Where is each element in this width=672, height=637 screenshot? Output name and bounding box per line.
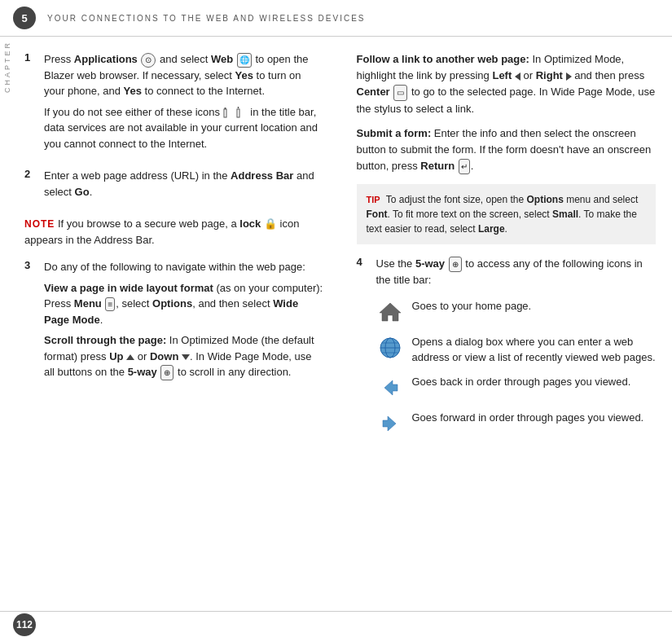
tip-label: TIP	[367, 195, 380, 204]
step-4: 4 Use the 5-way ⊕ to access any of the f…	[357, 256, 657, 446]
svg-rect-3	[237, 109, 239, 117]
step-1: 1 Press Applications ⊙ and select Web 🌐 …	[24, 51, 324, 156]
svg-marker-12	[383, 416, 396, 431]
fiveway-icon-small: ⊕	[160, 365, 173, 380]
signal-icons-group	[223, 106, 248, 119]
main-content: 1 Press Applications ⊙ and select Web 🌐 …	[0, 37, 672, 608]
signal-icon-2	[236, 106, 248, 119]
web-icon: 🌐	[237, 53, 252, 68]
step-1-content: Press Applications ⊙ and select Web 🌐 to…	[44, 51, 324, 156]
tip-box: TIP To adjust the font size, open the Op…	[357, 184, 657, 244]
step-1-number: 1	[24, 51, 37, 156]
step-4-number: 4	[357, 256, 370, 446]
step-4-text: Use the 5-way ⊕ to access any of the fol…	[376, 256, 657, 288]
left-arrow-icon	[515, 72, 520, 81]
step-2-text: Enter a web page address (URL) in the Ad…	[44, 168, 324, 200]
header-title: YOUR CONNECTIONS TO THE WEB AND WIRELESS…	[47, 14, 366, 23]
left-column: 1 Press Applications ⊙ and select Web 🌐 …	[24, 51, 332, 594]
icon-row-back: Goes back in order through pages you vie…	[376, 374, 657, 402]
forward-icon-container	[376, 410, 404, 437]
note-label: NOTE	[24, 218, 55, 230]
svg-rect-0	[224, 109, 226, 117]
step-3: 3 Do any of the following to navigate wi…	[24, 259, 324, 385]
right-column: Follow a link to another web page: In Op…	[349, 51, 657, 594]
submit-form-section: Submit a form: Enter the info and then s…	[357, 125, 657, 175]
menu-icon: ≡	[105, 297, 115, 311]
forward-icon-text: Goes forward in order through pages you …	[412, 410, 657, 426]
globe-icon-text: Opens a dialog box where you can enter a…	[412, 334, 657, 366]
chapter-circle: 5	[13, 7, 36, 29]
tip-text: To adjust the font size, open the Option…	[367, 194, 639, 235]
step-3-number: 3	[24, 259, 37, 385]
chapter-number: 5	[21, 12, 27, 24]
step-3-intro: Do any of the following to navigate with…	[44, 259, 324, 275]
follow-link-heading: Follow a link to another web page:	[357, 53, 529, 65]
home-icon-container	[376, 298, 404, 326]
right-arrow-icon	[566, 72, 572, 81]
submit-form-heading: Submit a form:	[357, 127, 432, 139]
home-icon-text: Goes to your home page.	[412, 298, 657, 314]
note-box: NOTE If you browse to a secure web page,…	[24, 216, 324, 248]
step-2: 2 Enter a web page address (URL) in the …	[24, 168, 324, 204]
applications-icon: ⊙	[141, 53, 156, 68]
up-arrow-icon	[126, 354, 134, 360]
chapter-vertical-label: CHAPTER	[3, 41, 11, 93]
icon-row-home: Goes to your home page.	[376, 298, 657, 326]
lock-icon: 🔒	[264, 217, 277, 230]
page-footer: 112	[0, 611, 672, 637]
step-4-content: Use the 5-way ⊕ to access any of the fol…	[376, 256, 657, 446]
note-text: If you browse to a secure web page, a lo…	[24, 217, 299, 246]
svg-marker-5	[380, 303, 401, 321]
step-2-number: 2	[24, 168, 37, 204]
signal-icon-1	[223, 106, 235, 119]
step-3-scroll: Scroll through the page: In Optimized Mo…	[44, 332, 324, 380]
follow-link-section: Follow a link to another web page: In Op…	[357, 51, 657, 117]
back-icon	[378, 376, 402, 400]
icon-row-forward: Goes forward in order through pages you …	[376, 410, 657, 437]
step-3-content: Do any of the following to navigate with…	[44, 259, 324, 385]
step-1-para1: Press Applications ⊙ and select Web 🌐 to…	[44, 51, 324, 99]
fiveway-icon-step4: ⊕	[449, 257, 462, 272]
step-2-content: Enter a web page address (URL) in the Ad…	[44, 168, 324, 204]
step-1-para2: If you do not see either of these icons …	[44, 104, 324, 152]
step-3-wide-format: View a page in wide layout format (as on…	[44, 280, 324, 328]
home-icon	[378, 300, 402, 324]
center-icon: ▭	[393, 85, 407, 101]
return-icon: ↵	[459, 159, 470, 175]
back-icon-container	[376, 374, 404, 402]
icon-row-globe: Opens a dialog box where you can enter a…	[376, 334, 657, 366]
globe-icon	[378, 336, 402, 360]
down-arrow-icon	[182, 354, 190, 360]
svg-marker-11	[384, 380, 397, 395]
page-number: 112	[13, 613, 36, 636]
header-bar: 5 YOUR CONNECTIONS TO THE WEB AND WIRELE…	[0, 0, 672, 37]
forward-icon	[378, 411, 402, 436]
globe-icon-container	[376, 334, 404, 362]
back-icon-text: Goes back in order through pages you vie…	[412, 374, 657, 390]
